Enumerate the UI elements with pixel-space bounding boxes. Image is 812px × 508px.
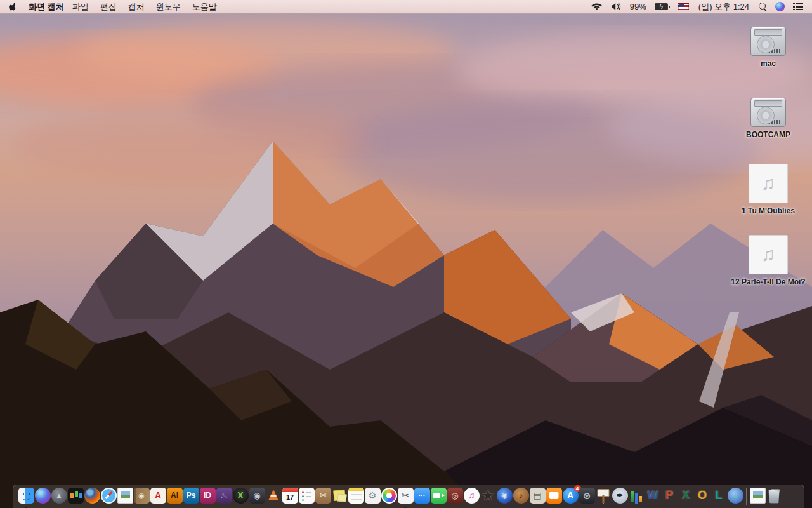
garageband-app-icon-glyph: ♪ <box>519 491 523 500</box>
photo-booth-app-icon[interactable]: ◎ <box>447 488 463 506</box>
launchpad-app-icon-glyph: ▲ <box>56 492 63 499</box>
toast-app-icon-art: ♨ <box>216 488 232 504</box>
photos-app-icon[interactable] <box>381 488 397 506</box>
lync-app-icon[interactable]: L <box>711 488 727 506</box>
ibooks-app-icon[interactable] <box>546 488 562 506</box>
itunes-app-icon[interactable]: ♫ <box>464 488 480 506</box>
globe-download-app-icon-art: ↓ <box>728 488 743 504</box>
safari-app-icon-art <box>101 488 117 504</box>
letter-box-app-icon[interactable]: ✉ <box>315 488 331 506</box>
siri-icon[interactable] <box>774 0 786 13</box>
photo-booth-app-icon-glyph: ◎ <box>451 491 458 500</box>
excel-app-icon[interactable]: X <box>678 488 694 506</box>
imovie-app-icon-glyph: ★ <box>481 488 495 503</box>
menu-item-0[interactable]: 파일 <box>67 0 95 13</box>
screen-capture-grab-app-icon[interactable]: ✂ <box>398 488 414 506</box>
acrobat-app-icon-art: A <box>150 488 166 504</box>
siri-app-icon-art <box>35 488 51 504</box>
dvd-app-icon[interactable]: ◉ <box>497 488 513 506</box>
reminders-app-icon[interactable] <box>299 488 315 506</box>
wheel-app-icon[interactable]: ⊛ <box>579 488 595 506</box>
acrobat-app-icon[interactable]: A <box>150 488 166 506</box>
powerpoint-app-icon-art: P <box>662 488 678 504</box>
toast-app-icon[interactable]: ♨ <box>216 488 232 506</box>
app-store-app-icon-glyph: A <box>567 491 573 500</box>
word-app-icon[interactable]: W <box>645 488 661 506</box>
excel-app-icon-art: X <box>678 488 694 504</box>
screen-capture-grab-app-icon-glyph: ✂ <box>402 491 409 500</box>
volume-bootcamp[interactable]: BOOTCAMP <box>728 93 809 164</box>
desktop-icon-label: 1 Tu M'Oublies <box>742 206 795 216</box>
calendar-app-icon-glyph: 17 <box>286 494 294 501</box>
menu-item-1[interactable]: 편집 <box>95 0 122 13</box>
indesign-app-icon[interactable]: ID <box>200 488 216 506</box>
calendar-app-icon[interactable]: 17 <box>282 488 298 506</box>
newspaper-app-icon[interactable]: ▤ <box>530 488 546 506</box>
numbers-chart-app-icon[interactable] <box>629 488 645 506</box>
battery-percent[interactable]: 99% <box>629 0 648 13</box>
calendar-app-icon-art: 17 <box>282 488 298 504</box>
menu-clock[interactable]: (일) 오후 1:24 <box>696 0 752 13</box>
volume-icon[interactable] <box>610 0 623 13</box>
audio-file-tu-moublies[interactable]: ♫1 Tu M'Oublies <box>728 164 809 235</box>
illustrator-app-icon[interactable]: Ai <box>167 488 183 506</box>
pages-inkwell-app-icon[interactable]: ✒ <box>612 488 628 506</box>
trash-icon[interactable] <box>766 488 782 506</box>
menu-item-2[interactable]: 캡처 <box>122 0 150 13</box>
imovie-app-icon[interactable]: ★ <box>480 488 496 506</box>
keynote-app-icon-art <box>596 488 612 504</box>
image-tool-app-icon[interactable]: ⚙ <box>365 488 381 506</box>
mission-control-app-icon[interactable] <box>68 488 84 506</box>
menu-item-4[interactable]: 도움말 <box>187 0 223 13</box>
dvd-app-icon-glyph: ◉ <box>501 491 508 499</box>
outlook-app-icon[interactable]: O <box>695 488 710 506</box>
finder-app-icon[interactable] <box>18 488 34 506</box>
battery-charging-icon[interactable]: ϟ <box>653 0 671 13</box>
notification-center-icon[interactable] <box>792 0 804 13</box>
disk-app-icon[interactable]: ◉ <box>249 488 265 506</box>
disk-app-icon-art: ◉ <box>249 488 265 504</box>
powerpoint-app-icon[interactable]: P <box>662 488 678 506</box>
newspaper-app-icon-art: ▤ <box>530 488 546 504</box>
messages-app-icon[interactable]: ··· <box>414 488 430 506</box>
siri-app-icon[interactable] <box>35 488 51 506</box>
image-tool-app-icon-art: ⚙ <box>365 488 381 504</box>
menu-bar-status: 99% ϟ (일) 오후 1:24 <box>590 0 812 13</box>
word-app-icon-art: W <box>645 488 661 504</box>
app-store-app-icon[interactable]: A4 <box>563 488 579 506</box>
menu-item-3[interactable]: 윈도우 <box>150 0 187 13</box>
preview-app-icon[interactable] <box>117 488 133 506</box>
illustrator-app-icon-art: Ai <box>167 488 183 504</box>
globe-download-app-icon[interactable]: ↓ <box>728 488 743 506</box>
illustrator-app-icon-glyph: Ai <box>171 491 178 499</box>
preview-app-icon-art <box>117 488 133 504</box>
media-x-app-icon[interactable]: X <box>233 488 249 506</box>
input-source-flag-icon[interactable] <box>677 0 690 13</box>
pages-inkwell-app-icon-glyph: ✒ <box>616 491 624 500</box>
photoshop-app-icon[interactable]: Ps <box>183 488 199 506</box>
vlc-app-icon[interactable] <box>266 488 282 506</box>
contacts-app-icon[interactable]: ◉ <box>134 488 150 506</box>
menu-bar-left: 화면 캡처 파일편집캡처윈도우도움말 <box>0 0 223 13</box>
apple-menu-icon[interactable] <box>9 2 18 12</box>
wifi-icon[interactable] <box>590 0 603 13</box>
contacts-app-icon-art: ◉ <box>134 488 150 504</box>
desktop-icon-label: BOOTCAMP <box>746 130 790 140</box>
active-app-name[interactable]: 화면 캡처 <box>29 1 64 13</box>
facetime-app-icon-art <box>431 488 447 504</box>
audio-file-parle-t-il-de-moi[interactable]: ♫12 Parle-T-Il De Moi? <box>728 235 809 306</box>
spotlight-search-icon[interactable] <box>757 0 768 13</box>
audio-file-icon: ♫ <box>749 164 788 203</box>
launchpad-app-icon[interactable]: ▲ <box>51 488 67 506</box>
facetime-app-icon[interactable] <box>431 488 447 506</box>
volume-mac[interactable]: mac <box>728 22 809 93</box>
keynote-app-icon[interactable] <box>596 488 612 506</box>
firefox-app-icon[interactable] <box>84 488 100 506</box>
reminders-app-icon-art <box>299 488 315 504</box>
image-document-icon[interactable] <box>750 488 766 506</box>
stickies-app-icon[interactable] <box>332 488 348 506</box>
hard-drive-icon <box>750 27 786 56</box>
safari-app-icon[interactable] <box>101 488 117 506</box>
notes-app-icon[interactable] <box>348 488 364 506</box>
garageband-app-icon[interactable]: ♪ <box>513 488 529 506</box>
